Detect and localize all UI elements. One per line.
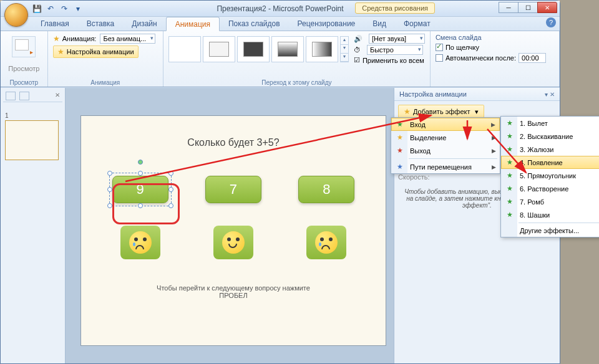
auto-after-label: Автоматически после: <box>446 54 516 62</box>
star-icon: ★ <box>505 158 515 166</box>
answer-button-7[interactable]: 7 <box>205 176 261 203</box>
answer-button-9[interactable]: 9 <box>112 176 168 203</box>
group-label-preview: Просмотр <box>10 79 39 87</box>
transition-speed-dropdown[interactable]: Быстро <box>367 45 423 55</box>
maximize-button[interactable]: ☐ <box>518 2 538 13</box>
transition-item[interactable] <box>271 36 304 62</box>
animate-dropdown[interactable]: Без анимац... <box>100 34 155 44</box>
smiley-shape[interactable] <box>213 226 253 259</box>
add-effect-button[interactable]: ★Добавить эффект▾ <box>398 105 484 118</box>
star-icon: ★ <box>505 132 515 140</box>
star-icon: ★ <box>395 146 405 155</box>
transition-gallery[interactable]: ▴▾▾ <box>168 34 349 65</box>
save-icon[interactable]: 💾 <box>32 4 42 14</box>
qat-more-icon[interactable]: ▾ <box>73 4 83 14</box>
ribbon-tabs: ГлавнаяВставкаДизайнАнимацияПоказ слайдо… <box>1 17 560 31</box>
sound-icon: 🔊 <box>354 35 363 43</box>
taskpane-title: Настройка анимации <box>399 90 467 98</box>
custom-animation-button[interactable]: ★Настройка анимации <box>53 46 139 58</box>
menu-Выделение[interactable]: ★Выделение▶ <box>391 131 500 144</box>
effect-Выскакивание[interactable]: ★2. Выскакивание <box>501 130 599 143</box>
window-title: Презентация2 - Microsoft PowerPoint <box>217 4 343 13</box>
tab-вставка[interactable]: Вставка <box>78 17 124 31</box>
slide-hint-2: ПРОБЕЛ <box>94 292 373 299</box>
group-label-transition: Переход к этому слайду <box>168 79 425 87</box>
advance-slide-title: Смена слайда <box>436 34 554 41</box>
tab-показ слайдов[interactable]: Показ слайдов <box>220 17 289 31</box>
menu-Выход[interactable]: ★Выход▶ <box>391 144 500 157</box>
preview-animation-button[interactable] <box>12 36 36 57</box>
tab-рецензирование[interactable]: Рецензирование <box>289 17 364 31</box>
panel-close-icon[interactable]: ✕ <box>55 92 60 100</box>
help-icon[interactable]: ? <box>546 17 556 27</box>
effect-Шашки[interactable]: ★8. Шашки <box>501 208 599 221</box>
group-label-animation: Анимация <box>53 79 158 87</box>
auto-after-input[interactable]: 00:00 <box>519 53 546 63</box>
close-button[interactable]: ✕ <box>537 2 557 13</box>
star-icon: ★ <box>395 163 405 171</box>
effect-Прямоугольник[interactable]: ★5. Прямоугольник <box>501 169 599 182</box>
star-icon: ★ <box>395 133 405 141</box>
slide-thumbnail-1[interactable]: 1 <box>3 107 62 162</box>
add-effect-menu: ★Вход▶★Выделение▶★Выход▶★Пути перемещени… <box>391 117 500 174</box>
transition-sound-dropdown[interactable]: [Нет звука] <box>369 34 425 44</box>
apply-to-all-button[interactable]: ☑Применить ко всем <box>354 56 425 64</box>
star-icon: ★ <box>505 184 515 193</box>
slide-hint-1: Чтобы перейти к следующему вопросу нажми… <box>94 284 373 292</box>
effect-Растворение[interactable]: ★6. Растворение <box>501 182 599 195</box>
contextual-tab-label: Средства рисования <box>355 2 435 14</box>
office-button[interactable] <box>4 3 28 27</box>
auto-after-checkbox[interactable] <box>436 54 443 62</box>
menu-Пути перемещения[interactable]: ★Пути перемещения▶ <box>391 160 500 173</box>
smiley-shape[interactable] <box>306 226 346 259</box>
tab-формат[interactable]: Формат <box>395 17 439 31</box>
transition-item[interactable] <box>237 36 270 62</box>
transition-item[interactable] <box>306 36 338 62</box>
effect-Жалюзи[interactable]: ★3. Жалюзи <box>501 143 599 156</box>
smiley-shape[interactable] <box>120 226 160 259</box>
tab-анимация[interactable]: Анимация <box>166 17 220 31</box>
effect-Появление[interactable]: ★4. Появление <box>501 156 599 169</box>
more-effects[interactable]: Другие эффекты... <box>501 224 599 237</box>
tab-вид[interactable]: Вид <box>364 17 395 31</box>
undo-icon[interactable]: ↶ <box>46 4 56 14</box>
star-icon: ★ <box>395 120 405 128</box>
star-icon: ★ <box>505 171 515 180</box>
minimize-button[interactable]: ─ <box>499 2 519 13</box>
effect-Вылет[interactable]: ★1. Вылет <box>501 117 599 130</box>
transition-scroll[interactable]: ▴▾▾ <box>340 36 349 62</box>
animate-label: Анимация: <box>62 35 97 42</box>
redo-icon[interactable]: ↷ <box>59 4 69 14</box>
outline-tab-icon[interactable] <box>19 92 29 100</box>
slide-question-text: Сколько будет 3+5? <box>94 137 373 148</box>
star-icon: ★ <box>505 198 515 206</box>
star-icon: ★ <box>505 145 515 153</box>
on-click-label: По щелчку <box>446 44 479 51</box>
tab-главная[interactable]: Главная <box>32 17 78 31</box>
slide-canvas[interactable]: Сколько будет 3+5? 9 7 8 <box>80 115 386 346</box>
answer-button-8[interactable]: 8 <box>298 176 354 203</box>
menu-Вход[interactable]: ★Вход▶ <box>391 118 500 131</box>
taskpane-close-icon[interactable]: ✕ <box>550 91 555 98</box>
entrance-effects-flyout: ★1. Вылет★2. Выскакивание★3. Жалюзи★4. П… <box>500 116 599 237</box>
taskpane-menu-icon[interactable]: ▾ <box>545 91 548 98</box>
star-icon: ★ <box>505 119 515 127</box>
on-click-checkbox[interactable] <box>436 44 443 51</box>
speed-icon: ⏱ <box>354 46 361 54</box>
star-icon: ★ <box>53 34 60 43</box>
tab-дизайн[interactable]: Дизайн <box>123 17 165 31</box>
star-icon: ★ <box>505 211 515 219</box>
transition-item[interactable] <box>203 36 235 62</box>
preview-label: Просмотр <box>8 65 39 72</box>
slides-tab-icon[interactable] <box>6 92 16 100</box>
transition-none[interactable] <box>168 36 201 62</box>
effect-Ромб[interactable]: ★7. Ромб <box>501 195 599 208</box>
